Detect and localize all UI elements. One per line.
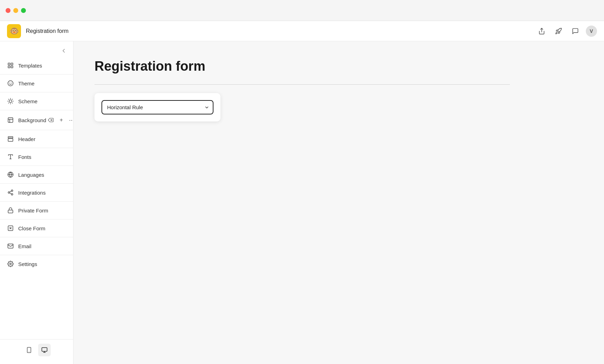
svg-line-11 bbox=[8, 99, 9, 99]
element-type-dropdown-wrapper: Horizontal Rule Text Heading Image Divid… bbox=[101, 100, 213, 114]
minimize-button[interactable] bbox=[13, 8, 18, 13]
maximize-button[interactable] bbox=[21, 8, 26, 13]
nav-divider-2 bbox=[0, 92, 73, 92]
sidebar-item-label: Private Form bbox=[18, 208, 48, 214]
svg-rect-4 bbox=[11, 66, 13, 68]
svg-rect-21 bbox=[8, 139, 13, 141]
svg-line-12 bbox=[12, 103, 13, 103]
view-toggle-group bbox=[0, 339, 73, 360]
add-element-button[interactable]: + bbox=[57, 115, 66, 125]
nav-divider-11 bbox=[0, 255, 73, 255]
sidebar-item-label: Header bbox=[18, 136, 35, 142]
sidebar-item-label: Fonts bbox=[18, 154, 31, 160]
nav-divider-7 bbox=[0, 183, 73, 184]
sidebar-item-email[interactable]: Email bbox=[0, 239, 73, 253]
svg-rect-17 bbox=[8, 118, 13, 122]
integrations-icon bbox=[7, 189, 14, 196]
languages-icon bbox=[7, 171, 14, 178]
traffic-lights bbox=[6, 8, 26, 13]
sidebar-item-label: Languages bbox=[18, 172, 44, 178]
form-title: Registration form bbox=[94, 59, 583, 74]
nav-divider-6 bbox=[0, 166, 73, 166]
sidebar-item-private-form[interactable]: Private Form bbox=[0, 203, 73, 218]
sidebar-item-fonts[interactable]: Fonts bbox=[0, 149, 73, 164]
svg-line-29 bbox=[9, 193, 11, 194]
background-tools: + ⋯ bbox=[46, 115, 73, 125]
theme-icon bbox=[7, 80, 14, 87]
header-icon bbox=[7, 135, 14, 142]
sidebar-top bbox=[0, 45, 73, 58]
mobile-icon bbox=[26, 347, 32, 353]
sidebar-item-label: Scheme bbox=[18, 98, 37, 104]
delete-element-button[interactable] bbox=[46, 115, 55, 125]
sidebar-item-languages[interactable]: Languages bbox=[0, 167, 73, 182]
rocket-icon bbox=[555, 28, 562, 35]
templates-icon bbox=[7, 62, 14, 69]
comment-icon bbox=[572, 28, 579, 35]
user-avatar[interactable]: V bbox=[586, 26, 597, 37]
private-form-icon bbox=[7, 207, 14, 214]
header-actions: V bbox=[535, 25, 597, 37]
nav-divider-1 bbox=[0, 74, 73, 75]
sidebar: Templates Theme Scheme bbox=[0, 41, 73, 364]
nav-divider-8 bbox=[0, 201, 73, 202]
sidebar-navigation: Templates Theme Scheme bbox=[0, 58, 73, 339]
sidebar-collapse-button[interactable] bbox=[59, 46, 68, 55]
mobile-view-button[interactable] bbox=[23, 344, 35, 356]
settings-icon bbox=[7, 260, 14, 267]
form-divider bbox=[94, 84, 510, 85]
email-icon bbox=[7, 243, 14, 250]
launch-button[interactable] bbox=[552, 25, 565, 37]
svg-rect-35 bbox=[8, 244, 13, 248]
sidebar-item-label: Integrations bbox=[18, 190, 45, 196]
svg-rect-1 bbox=[8, 63, 10, 65]
nav-divider-10 bbox=[0, 237, 73, 237]
close-form-icon bbox=[7, 225, 14, 232]
svg-line-30 bbox=[9, 191, 11, 192]
svg-rect-2 bbox=[11, 63, 13, 65]
app-logo: 🐵 bbox=[7, 24, 21, 38]
svg-point-5 bbox=[8, 81, 13, 86]
sidebar-item-label: Close Form bbox=[18, 225, 45, 231]
more-options-button[interactable]: ⋯ bbox=[67, 115, 73, 125]
desktop-icon bbox=[41, 347, 48, 353]
main-content: Templates Theme Scheme bbox=[0, 41, 604, 364]
background-icon bbox=[7, 117, 14, 124]
svg-rect-3 bbox=[8, 66, 10, 68]
element-type-dropdown[interactable]: Horizontal Rule Text Heading Image Divid… bbox=[101, 100, 213, 114]
nav-divider-4 bbox=[0, 130, 73, 130]
sidebar-item-templates[interactable]: Templates bbox=[0, 58, 73, 73]
collapse-icon bbox=[61, 48, 67, 54]
close-button[interactable] bbox=[6, 8, 10, 13]
logo-emoji: 🐵 bbox=[9, 27, 19, 36]
svg-point-8 bbox=[9, 100, 12, 103]
sidebar-item-integrations[interactable]: Integrations bbox=[0, 185, 73, 200]
sidebar-item-close-form[interactable]: Close Form bbox=[0, 221, 73, 236]
desktop-view-button[interactable] bbox=[38, 344, 51, 356]
sidebar-item-settings[interactable]: Settings bbox=[0, 257, 73, 271]
sidebar-item-background[interactable]: Background + ⋯ bbox=[0, 112, 73, 128]
sidebar-item-header[interactable]: Header bbox=[0, 132, 73, 146]
nav-divider-9 bbox=[0, 219, 73, 219]
app-title: Registration form bbox=[26, 28, 531, 34]
nav-divider-3 bbox=[0, 110, 73, 110]
app-area: 🐵 Registration form bbox=[0, 21, 604, 364]
scheme-icon bbox=[7, 98, 14, 105]
sidebar-item-label: Email bbox=[18, 243, 31, 249]
svg-rect-31 bbox=[8, 210, 13, 213]
sidebar-item-theme[interactable]: Theme bbox=[0, 76, 73, 91]
share-icon bbox=[538, 28, 545, 35]
app-header: 🐵 Registration form bbox=[0, 21, 604, 41]
svg-point-36 bbox=[10, 263, 12, 265]
nav-divider-5 bbox=[0, 148, 73, 148]
element-card: Horizontal Rule Text Heading Image Divid… bbox=[94, 93, 220, 121]
sidebar-item-label: Theme bbox=[18, 80, 35, 86]
svg-line-15 bbox=[8, 103, 9, 103]
sidebar-item-scheme[interactable]: Scheme bbox=[0, 94, 73, 108]
comment-button[interactable] bbox=[569, 25, 582, 37]
title-bar bbox=[0, 0, 604, 21]
sidebar-item-label: Background bbox=[18, 117, 46, 123]
sidebar-item-label: Settings bbox=[18, 261, 37, 267]
share-button[interactable] bbox=[535, 25, 548, 37]
svg-rect-20 bbox=[8, 136, 13, 138]
